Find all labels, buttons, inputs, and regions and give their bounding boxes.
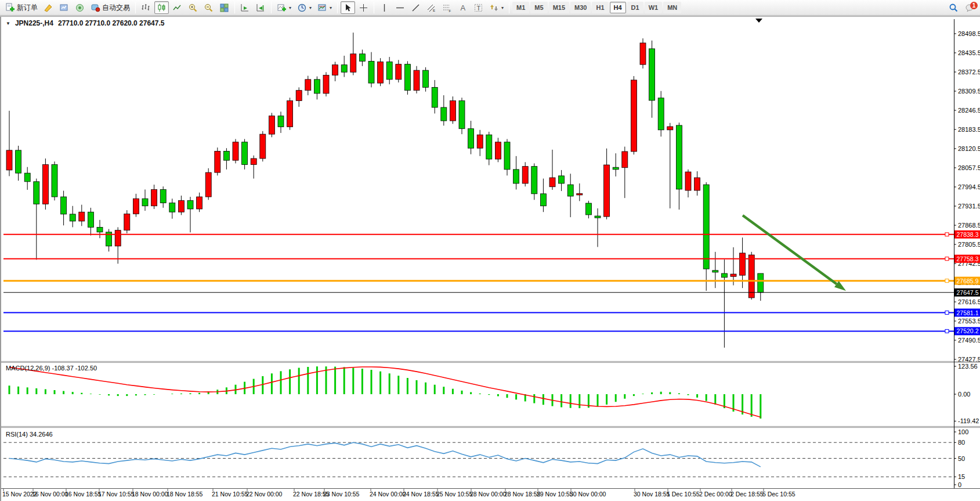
channel-button[interactable]: E	[424, 1, 439, 14]
zoom-in-button[interactable]	[186, 1, 200, 14]
periods-button[interactable]: ▾	[295, 1, 314, 14]
tile-windows-icon	[219, 3, 229, 13]
rsi-pane: RSI(14) 34.2646	[3, 431, 954, 477]
timeframe-button-D1[interactable]: D1	[627, 2, 643, 13]
candle	[495, 142, 501, 159]
candle	[450, 101, 455, 121]
candle	[441, 107, 447, 121]
auto-scroll-button[interactable]	[238, 1, 252, 14]
arrows-button[interactable]: ▾	[487, 1, 506, 14]
line-handle[interactable]	[945, 279, 949, 283]
time-axis-label: 28 Nov 18:55	[504, 491, 541, 498]
rsi-axis-label: 0	[958, 481, 961, 488]
level-lines[interactable]	[3, 233, 954, 333]
svg-text:27838.3: 27838.3	[957, 231, 979, 238]
time-axis: 15 Nov 202216 Nov 00:0016 Nov 18:5517 No…	[2, 489, 795, 498]
candle	[233, 142, 238, 160]
indicators-icon	[277, 3, 287, 13]
line-handle[interactable]	[945, 233, 949, 236]
candle	[242, 142, 248, 165]
macd-label: MACD(12,26,9) -108.37 -102.50	[6, 365, 97, 372]
candle	[205, 172, 211, 197]
price-axis-label: 28309.5	[958, 88, 980, 95]
timeframe-button-H1[interactable]: H1	[592, 2, 608, 13]
line-handle[interactable]	[945, 311, 949, 315]
trendline-button[interactable]	[408, 1, 423, 14]
new-order-button[interactable]: 新订单	[3, 1, 40, 14]
templates-button[interactable]: ▾	[315, 1, 334, 14]
chart-window[interactable]: MACD(12,26,9) -108.37 -102.50RSI(14) 34.…	[0, 16, 980, 501]
time-axis-label: 17 Nov 10:55	[98, 491, 135, 498]
candle	[323, 75, 329, 93]
styler-button[interactable]	[41, 1, 56, 14]
svg-text:T: T	[477, 4, 481, 11]
chart-shift-marker[interactable]	[755, 19, 762, 23]
price-axis-label: 27805.5	[958, 241, 980, 248]
notifications-button[interactable]: 1	[962, 1, 977, 14]
text-icon: A	[458, 3, 468, 13]
timeframe-button-H4[interactable]: H4	[610, 2, 626, 13]
candle	[513, 170, 519, 183]
tile-windows-button[interactable]	[217, 1, 232, 14]
toolbar-separator	[374, 2, 374, 13]
candle	[423, 70, 429, 87]
collapse-triangle-icon: ▼	[6, 21, 10, 26]
arrows-icon	[489, 3, 499, 13]
bar-chart-button[interactable]	[139, 1, 153, 14]
chart-shift-icon	[256, 3, 266, 13]
timeframe-button-W1[interactable]: W1	[645, 2, 663, 13]
text-button[interactable]: A	[455, 1, 470, 14]
symbol-period-label: JPN225-,H4	[15, 19, 53, 27]
time-axis-label: 30 Nov 00:00	[570, 491, 606, 498]
zoom-out-button[interactable]	[201, 1, 216, 14]
macd-signal-line	[9, 367, 761, 417]
timeframe-button-M1[interactable]: M1	[512, 2, 529, 13]
line-handle[interactable]	[945, 329, 949, 333]
candle	[124, 214, 130, 230]
candle	[713, 271, 718, 272]
candle	[296, 91, 302, 101]
candle	[197, 197, 202, 209]
main-toolbar: 新订单 自动交易	[0, 0, 980, 16]
candle	[522, 167, 528, 183]
new-order-icon	[5, 3, 15, 13]
autotrading-button[interactable]: 自动交易	[88, 1, 132, 14]
text-label-button[interactable]: T	[471, 1, 486, 14]
candle	[260, 134, 266, 158]
candle	[305, 80, 311, 91]
autotrading-icon	[91, 3, 100, 13]
candle	[350, 54, 356, 72]
crosshair-button[interactable]	[356, 1, 371, 14]
fibonacci-button[interactable]: F	[440, 1, 454, 14]
chart-canvas[interactable]: MACD(12,26,9) -108.37 -102.50RSI(14) 34.…	[1, 17, 980, 501]
time-axis-label: 2 Dec 00:00	[699, 491, 732, 498]
candle	[359, 54, 365, 62]
chart-shift-button[interactable]	[254, 1, 268, 14]
market-watch-button[interactable]	[57, 1, 71, 14]
search-button[interactable]	[946, 1, 961, 14]
timeframe-button-MN[interactable]: MN	[663, 2, 681, 13]
candle	[595, 216, 601, 218]
timeframe-button-M30[interactable]: M30	[570, 2, 591, 13]
cursor-button[interactable]	[341, 1, 355, 14]
timeframe-button-M5[interactable]: M5	[530, 2, 547, 13]
candle	[549, 178, 555, 187]
line-handle[interactable]	[945, 257, 949, 261]
timeframe-button-M15[interactable]: M15	[549, 2, 569, 13]
time-axis-label: 2 Dec 18:55	[731, 491, 764, 498]
candle	[567, 185, 573, 196]
candlestick-chart-button[interactable]	[154, 1, 169, 14]
navigator-icon	[75, 3, 85, 13]
styler-icon	[44, 3, 53, 13]
time-axis-label: 18 Nov 00:00	[132, 491, 168, 498]
candle	[731, 274, 736, 276]
line-chart-button[interactable]	[170, 1, 185, 14]
indicators-button[interactable]: ▾	[274, 1, 294, 14]
fibonacci-icon: F	[442, 3, 452, 13]
rsi-axis-label: 80	[958, 439, 965, 446]
vertical-line-button[interactable]	[377, 1, 392, 14]
candle	[314, 80, 320, 93]
horizontal-line-button[interactable]	[393, 1, 407, 14]
time-axis-label: 28 Nov 00:00	[470, 491, 507, 498]
navigator-button[interactable]	[73, 1, 87, 14]
